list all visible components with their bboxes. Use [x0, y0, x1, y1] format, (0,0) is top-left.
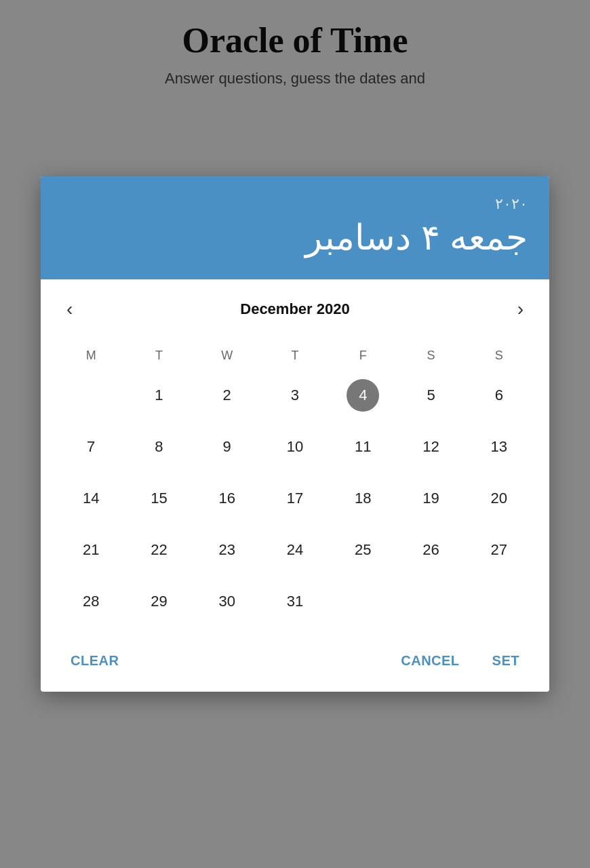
calendar-day	[397, 576, 465, 627]
calendar-day[interactable]: 15	[125, 473, 193, 524]
weekday-header: S	[397, 342, 465, 370]
calendar-week-row: 28293031	[57, 576, 533, 627]
cancel-button[interactable]: CANCEL	[390, 646, 470, 675]
calendar-day[interactable]: 12	[397, 421, 465, 473]
calendar-day[interactable]: 5	[397, 370, 465, 421]
calendar-day[interactable]: 20	[465, 473, 533, 524]
calendar-day[interactable]: 25	[329, 524, 397, 576]
weekday-header: T	[125, 342, 193, 370]
weekday-header: M	[57, 342, 125, 370]
calendar-nav: ‹ December 2020 ›	[57, 293, 533, 326]
dialog-overlay: ۲۰۲۰ جمعه ۴ دسامبر ‹ December 2020 › MTW…	[0, 0, 590, 868]
next-month-button[interactable]: ›	[508, 293, 533, 326]
clear-button[interactable]: CLEAR	[60, 646, 130, 675]
calendar-day[interactable]: 3	[261, 370, 329, 421]
calendar-day[interactable]: 7	[57, 421, 125, 473]
calendar-day[interactable]: 21	[57, 524, 125, 576]
calendar-section: ‹ December 2020 › MTWTFSS 12345678910111…	[41, 279, 549, 634]
calendar-day[interactable]: 6	[465, 370, 533, 421]
calendar-week-row: 14151617181920	[57, 473, 533, 524]
calendar-day[interactable]: 1	[125, 370, 193, 421]
calendar-day[interactable]: 19	[397, 473, 465, 524]
weekday-header-row: MTWTFSS	[57, 342, 533, 370]
calendar-week-row: 21222324252627	[57, 524, 533, 576]
weekday-header: W	[193, 342, 261, 370]
calendar-day[interactable]: 14	[57, 473, 125, 524]
weekday-header: F	[329, 342, 397, 370]
calendar-day[interactable]: 31	[261, 576, 329, 627]
calendar-day[interactable]: 18	[329, 473, 397, 524]
calendar-week-row: 78910111213	[57, 421, 533, 473]
calendar-day[interactable]: 29	[125, 576, 193, 627]
prev-month-button[interactable]: ‹	[57, 293, 82, 326]
calendar-grid: MTWTFSS 12345678910111213141516171819202…	[57, 342, 533, 627]
calendar-day	[465, 576, 533, 627]
calendar-day[interactable]: 2	[193, 370, 261, 421]
month-year-label: December 2020	[240, 300, 349, 318]
calendar-day[interactable]: 8	[125, 421, 193, 473]
calendar-day[interactable]: 13	[465, 421, 533, 473]
calendar-day	[57, 370, 125, 421]
footer-right-buttons: CANCEL SET	[390, 646, 530, 675]
calendar-day[interactable]: 9	[193, 421, 261, 473]
weekday-header: T	[261, 342, 329, 370]
calendar-day[interactable]: 23	[193, 524, 261, 576]
calendar-day[interactable]: 10	[261, 421, 329, 473]
calendar-day[interactable]: 16	[193, 473, 261, 524]
header-date: جمعه ۴ دسامبر	[62, 218, 528, 257]
calendar-day	[329, 576, 397, 627]
calendar-day[interactable]: 4	[329, 370, 397, 421]
calendar-day[interactable]: 30	[193, 576, 261, 627]
calendar-day[interactable]: 17	[261, 473, 329, 524]
weekday-header: S	[465, 342, 533, 370]
calendar-day[interactable]: 27	[465, 524, 533, 576]
calendar-day[interactable]: 22	[125, 524, 193, 576]
calendar-day[interactable]: 26	[397, 524, 465, 576]
header-year: ۲۰۲۰	[62, 195, 528, 213]
calendar-day[interactable]: 24	[261, 524, 329, 576]
dialog-header: ۲۰۲۰ جمعه ۴ دسامبر	[41, 176, 549, 279]
set-button[interactable]: SET	[481, 646, 530, 675]
calendar-day[interactable]: 11	[329, 421, 397, 473]
calendar-day[interactable]: 28	[57, 576, 125, 627]
date-picker-dialog: ۲۰۲۰ جمعه ۴ دسامبر ‹ December 2020 › MTW…	[41, 176, 549, 691]
dialog-footer: CLEAR CANCEL SET	[41, 634, 549, 692]
calendar-week-row: 123456	[57, 370, 533, 421]
